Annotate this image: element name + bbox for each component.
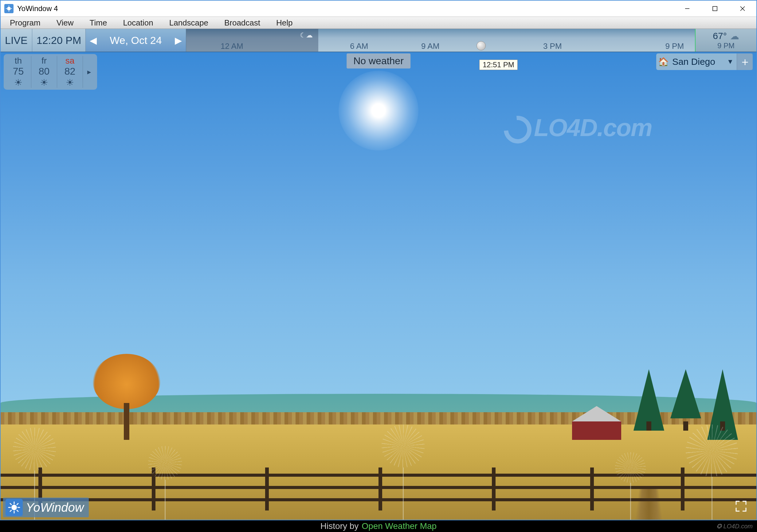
window-title: YoWindow 4	[17, 4, 674, 13]
forecast-day-temp: 80	[39, 66, 50, 77]
barn	[572, 406, 621, 437]
watermark: LO4D.com	[504, 114, 652, 143]
forecast-day[interactable]: fr 80 ☀︎	[31, 56, 57, 88]
close-button[interactable]	[729, 1, 756, 16]
tree	[93, 354, 160, 440]
history-prefix: History by	[320, 521, 358, 531]
forecast-day[interactable]: th 75 ☀︎	[6, 56, 31, 88]
svg-line-17	[10, 510, 11, 512]
sun-small-icon: ☀︎	[40, 77, 48, 88]
forecast-day-temp: 75	[13, 66, 24, 77]
forecast-panel: th 75 ☀︎ fr 80 ☀︎ sa 82 ☀︎ ▶	[4, 54, 97, 90]
brand-badge[interactable]: YoWindow	[3, 498, 89, 517]
watermark-small: ✪ LO4D.com	[716, 522, 753, 530]
svg-line-16	[17, 503, 18, 505]
timeline-label: 9 AM	[421, 42, 439, 51]
minimize-button[interactable]	[674, 1, 701, 16]
menubar: Program View Time Location Landscape Bro…	[1, 16, 756, 29]
forecast-day[interactable]: sa 82 ☀︎	[57, 56, 83, 88]
no-weather-badge: No weather	[347, 53, 410, 69]
fence	[1, 467, 756, 511]
menu-help[interactable]: Help	[276, 18, 292, 28]
add-location-button[interactable]: ＋	[737, 53, 753, 70]
cloud-icon: ☁	[730, 31, 739, 42]
svg-line-15	[17, 510, 18, 512]
brand-text: YoWindow	[26, 501, 84, 515]
sun-icon	[339, 71, 418, 151]
forecast-day-name: fr	[42, 56, 47, 66]
menu-location[interactable]: Location	[123, 18, 153, 28]
sun-small-icon: ☀︎	[66, 77, 74, 88]
timeline-label: 9 PM	[665, 42, 684, 51]
toolbar: LIVE 12:20 PM ◀ We, Oct 24 ▶ ☾☁ 12 AM 6 …	[1, 29, 756, 52]
current-date[interactable]: We, Oct 24	[101, 34, 171, 46]
timeline-tooltip: 12:51 PM	[479, 60, 518, 70]
location-picker: 🏠 San Diego ▼ ＋	[656, 53, 753, 70]
pine-trees	[633, 369, 738, 440]
menu-view[interactable]: View	[56, 18, 74, 28]
forecast-day-name: sa	[65, 56, 75, 66]
current-weather-pill[interactable]: 67° ☁ 9 PM	[695, 29, 756, 52]
maximize-button[interactable]	[701, 1, 729, 16]
prev-day-button[interactable]: ◀	[86, 35, 101, 46]
forecast-day-temp: 82	[65, 66, 76, 77]
location-name[interactable]: San Diego	[671, 56, 724, 67]
timeline-label: 6 AM	[350, 42, 368, 51]
next-day-button[interactable]: ▶	[171, 35, 186, 46]
history-provider-link[interactable]: Open Weather Map	[362, 521, 437, 531]
forecast-day-name: th	[15, 56, 22, 66]
sun-small-icon: ☀︎	[14, 77, 22, 88]
current-temp: 67°	[713, 31, 727, 41]
svg-line-14	[10, 503, 11, 505]
svg-point-9	[11, 505, 17, 510]
brand-sun-icon	[6, 499, 23, 516]
current-weather-time: 9 PM	[717, 42, 735, 50]
live-button[interactable]: LIVE	[1, 29, 32, 52]
app-icon	[4, 4, 14, 13]
moon-icon: ☾☁	[300, 31, 313, 39]
svg-point-0	[7, 7, 11, 11]
titlebar: YoWindow 4	[1, 1, 756, 16]
menu-landscape[interactable]: Landscape	[169, 18, 208, 28]
landscape-canvas[interactable]: LO4D.com	[1, 52, 756, 520]
history-bar: History by Open Weather Map ✪ LO4D.com	[0, 520, 757, 532]
fullscreen-button[interactable]	[733, 498, 749, 514]
location-dropdown-button[interactable]: ▼	[724, 58, 737, 66]
timeline-handle[interactable]	[476, 41, 486, 50]
menu-broadcast[interactable]: Broadcast	[224, 18, 260, 28]
svg-rect-6	[713, 7, 717, 11]
current-time[interactable]: 12:20 PM	[32, 29, 86, 52]
timeline[interactable]: ☾☁ 12 AM 6 AM 9 AM 3 PM 9 PM	[186, 29, 695, 52]
menu-time[interactable]: Time	[90, 18, 107, 28]
menu-program[interactable]: Program	[10, 18, 41, 28]
date-navigator: ◀ We, Oct 24 ▶	[86, 29, 186, 52]
forecast-next-button[interactable]: ▶	[83, 56, 95, 88]
timeline-label: 12 AM	[221, 42, 243, 51]
timeline-label: 3 PM	[543, 42, 562, 51]
home-icon[interactable]: 🏠	[656, 57, 671, 67]
